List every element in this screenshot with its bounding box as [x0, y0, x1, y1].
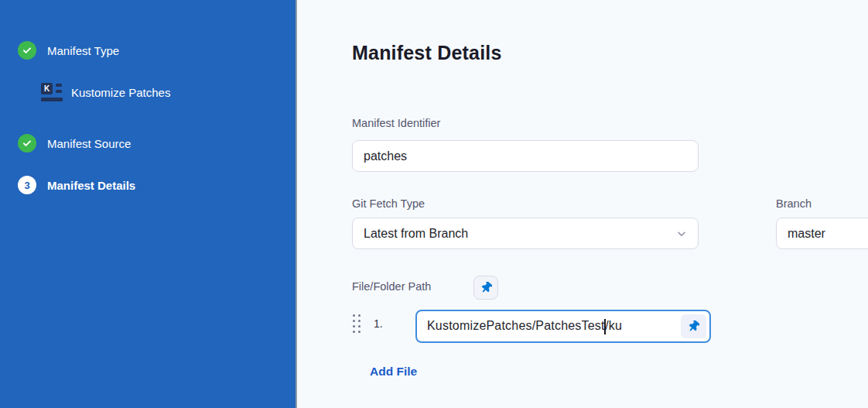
step-label: Manifest Details — [47, 179, 135, 192]
row-runtime-input-pin-button[interactable] — [681, 314, 706, 338]
row-index: 1. — [374, 317, 383, 330]
manifest-identifier-label: Manifest Identifier — [352, 117, 440, 129]
step-complete-check-icon — [18, 134, 36, 153]
chevron-down-icon — [676, 228, 687, 239]
sidebar-step-manifest-details[interactable]: 3 Manifest Details — [18, 176, 135, 194]
step-complete-check-icon — [18, 41, 36, 60]
kustomize-icon: K — [41, 82, 63, 103]
path-text-after-caret: /ku — [605, 319, 622, 332]
row-drag-handle[interactable] — [353, 314, 361, 333]
manifest-wizard-window: Manifest Type K Kustomize Patches Manife… — [0, 0, 868, 408]
add-file-button[interactable]: Add File — [370, 365, 417, 379]
sidebar-step-manifest-type[interactable]: Manifest Type — [18, 41, 119, 60]
step-label: Manifest Type — [47, 44, 119, 57]
pin-icon — [480, 282, 492, 293]
file-folder-path-label: File/Folder Path — [352, 280, 431, 293]
pin-icon — [688, 321, 699, 332]
substep-label: Kustomize Patches — [71, 86, 170, 99]
runtime-input-pin-button[interactable] — [473, 276, 498, 300]
step-number-badge: 3 — [18, 176, 36, 194]
step-label: Manifest Source — [47, 137, 131, 150]
sidebar-step-manifest-source[interactable]: Manifest Source — [18, 134, 131, 153]
sidebar-substep-kustomize-patches[interactable]: K Kustomize Patches — [41, 82, 170, 103]
path-text-before-caret: KustomizePatches/PatchesTest — [427, 319, 605, 332]
git-fetch-type-value: Latest from Branch — [364, 227, 468, 241]
branch-label: Branch — [776, 197, 812, 210]
page-title: Manifest Details — [352, 42, 502, 64]
file-path-input[interactable]: KustomizePatches/PatchesTest/ku — [415, 310, 711, 343]
git-fetch-type-select[interactable]: Latest from Branch — [352, 218, 699, 249]
wizard-stepper-sidebar: Manifest Type K Kustomize Patches Manife… — [0, 0, 297, 408]
manifest-identifier-input[interactable] — [352, 140, 699, 172]
branch-input[interactable] — [776, 218, 868, 249]
git-fetch-type-label: Git Fetch Type — [352, 197, 425, 210]
